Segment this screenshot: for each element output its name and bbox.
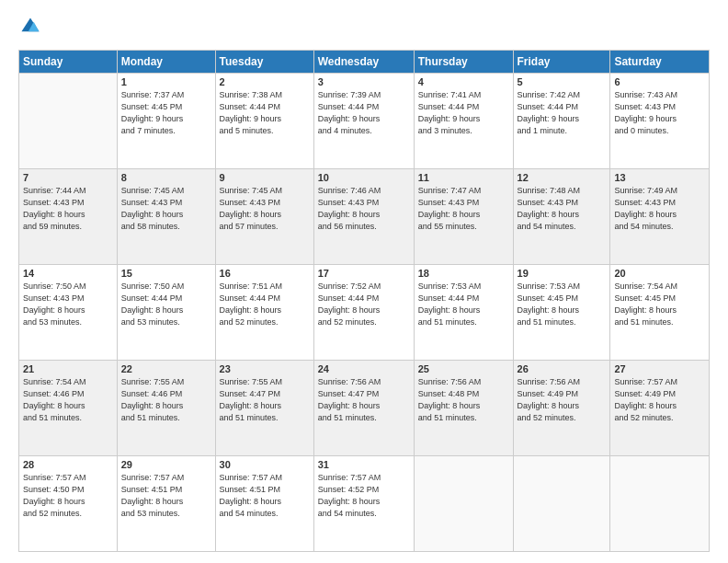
page: SundayMondayTuesdayWednesdayThursdayFrid… [0,0,728,563]
day-number: 13 [614,172,705,183]
calendar-cell: 20Sunrise: 7:54 AM Sunset: 4:45 PM Dayli… [610,265,710,361]
day-number: 30 [220,459,310,470]
calendar-cell: 26Sunrise: 7:56 AM Sunset: 4:49 PM Dayli… [513,361,610,456]
day-info: Sunrise: 7:42 AM Sunset: 4:44 PM Dayligh… [518,89,607,137]
day-info: Sunrise: 7:57 AM Sunset: 4:52 PM Dayligh… [318,472,410,520]
calendar-header-row: SundayMondayTuesdayWednesdayThursdayFrid… [19,51,710,74]
day-info: Sunrise: 7:50 AM Sunset: 4:44 PM Dayligh… [121,281,211,328]
day-info: Sunrise: 7:56 AM Sunset: 4:47 PM Dayligh… [318,376,410,424]
day-info: Sunrise: 7:38 AM Sunset: 4:44 PM Dayligh… [220,89,310,137]
calendar-cell [414,456,513,552]
calendar-cell: 11Sunrise: 7:47 AM Sunset: 4:43 PM Dayli… [414,169,513,265]
calendar-cell: 9Sunrise: 7:45 AM Sunset: 4:43 PM Daylig… [215,169,313,265]
weekday-header: Thursday [414,51,513,74]
calendar-cell: 31Sunrise: 7:57 AM Sunset: 4:52 PM Dayli… [313,456,414,552]
day-info: Sunrise: 7:47 AM Sunset: 4:43 PM Dayligh… [418,185,509,233]
calendar-week-row: 21Sunrise: 7:54 AM Sunset: 4:46 PM Dayli… [19,361,710,456]
calendar-cell: 2Sunrise: 7:38 AM Sunset: 4:44 PM Daylig… [215,74,313,169]
day-number: 12 [518,172,607,183]
calendar-cell: 10Sunrise: 7:46 AM Sunset: 4:43 PM Dayli… [313,169,414,265]
calendar-cell: 19Sunrise: 7:53 AM Sunset: 4:45 PM Dayli… [513,265,610,361]
calendar-cell: 27Sunrise: 7:57 AM Sunset: 4:49 PM Dayli… [610,361,710,456]
day-info: Sunrise: 7:48 AM Sunset: 4:43 PM Dayligh… [518,185,607,233]
day-number: 2 [220,76,310,87]
weekday-header: Friday [513,51,610,74]
day-info: Sunrise: 7:51 AM Sunset: 4:44 PM Dayligh… [220,281,310,328]
day-number: 22 [121,363,211,374]
day-number: 3 [318,76,410,87]
day-number: 8 [121,172,211,183]
day-number: 29 [121,459,211,470]
calendar-week-row: 14Sunrise: 7:50 AM Sunset: 4:43 PM Dayli… [19,265,710,361]
day-info: Sunrise: 7:45 AM Sunset: 4:43 PM Dayligh… [121,185,211,233]
day-info: Sunrise: 7:53 AM Sunset: 4:44 PM Dayligh… [418,281,509,328]
calendar-cell: 7Sunrise: 7:44 AM Sunset: 4:43 PM Daylig… [19,169,118,265]
day-number: 28 [23,459,113,470]
day-number: 24 [318,363,410,374]
calendar-week-row: 1Sunrise: 7:37 AM Sunset: 4:45 PM Daylig… [19,74,710,169]
weekday-header: Wednesday [313,51,414,74]
calendar-cell: 24Sunrise: 7:56 AM Sunset: 4:47 PM Dayli… [313,361,414,456]
calendar-cell: 5Sunrise: 7:42 AM Sunset: 4:44 PM Daylig… [513,74,610,169]
day-info: Sunrise: 7:55 AM Sunset: 4:47 PM Dayligh… [220,376,310,424]
weekday-header: Sunday [19,51,118,74]
logo [18,17,40,40]
calendar-cell: 15Sunrise: 7:50 AM Sunset: 4:44 PM Dayli… [117,265,215,361]
calendar-cell: 21Sunrise: 7:54 AM Sunset: 4:46 PM Dayli… [19,361,118,456]
calendar-cell: 25Sunrise: 7:56 AM Sunset: 4:48 PM Dayli… [414,361,513,456]
calendar-cell: 18Sunrise: 7:53 AM Sunset: 4:44 PM Dayli… [414,265,513,361]
day-number: 4 [418,76,509,87]
calendar-cell: 12Sunrise: 7:48 AM Sunset: 4:43 PM Dayli… [513,169,610,265]
day-number: 27 [614,363,705,374]
day-info: Sunrise: 7:57 AM Sunset: 4:50 PM Dayligh… [23,472,113,520]
day-info: Sunrise: 7:53 AM Sunset: 4:45 PM Dayligh… [518,281,607,328]
day-number: 25 [418,363,509,374]
calendar-week-row: 7Sunrise: 7:44 AM Sunset: 4:43 PM Daylig… [19,169,710,265]
calendar-cell [513,456,610,552]
day-number: 15 [121,268,211,279]
calendar-cell: 8Sunrise: 7:45 AM Sunset: 4:43 PM Daylig… [117,169,215,265]
calendar-cell: 6Sunrise: 7:43 AM Sunset: 4:43 PM Daylig… [610,74,710,169]
day-number: 10 [318,172,410,183]
day-info: Sunrise: 7:54 AM Sunset: 4:46 PM Dayligh… [23,376,113,424]
day-info: Sunrise: 7:52 AM Sunset: 4:44 PM Dayligh… [318,281,410,328]
day-info: Sunrise: 7:56 AM Sunset: 4:49 PM Dayligh… [518,376,607,424]
calendar-table: SundayMondayTuesdayWednesdayThursdayFrid… [18,50,710,552]
calendar-cell [19,74,118,169]
calendar-cell: 14Sunrise: 7:50 AM Sunset: 4:43 PM Dayli… [19,265,118,361]
header [18,17,710,40]
day-number: 9 [220,172,310,183]
calendar-cell: 4Sunrise: 7:41 AM Sunset: 4:44 PM Daylig… [414,74,513,169]
calendar-cell: 3Sunrise: 7:39 AM Sunset: 4:44 PM Daylig… [313,74,414,169]
day-info: Sunrise: 7:57 AM Sunset: 4:51 PM Dayligh… [220,472,310,520]
day-number: 11 [418,172,509,183]
calendar-cell: 13Sunrise: 7:49 AM Sunset: 4:43 PM Dayli… [610,169,710,265]
day-number: 20 [614,268,705,279]
day-info: Sunrise: 7:49 AM Sunset: 4:43 PM Dayligh… [614,185,705,233]
day-info: Sunrise: 7:57 AM Sunset: 4:51 PM Dayligh… [121,472,211,520]
day-info: Sunrise: 7:45 AM Sunset: 4:43 PM Dayligh… [220,185,310,233]
day-info: Sunrise: 7:43 AM Sunset: 4:43 PM Dayligh… [614,89,705,137]
day-number: 31 [318,459,410,470]
day-number: 5 [518,76,607,87]
day-info: Sunrise: 7:55 AM Sunset: 4:46 PM Dayligh… [121,376,211,424]
calendar-cell: 23Sunrise: 7:55 AM Sunset: 4:47 PM Dayli… [215,361,313,456]
weekday-header: Monday [117,51,215,74]
calendar-cell: 30Sunrise: 7:57 AM Sunset: 4:51 PM Dayli… [215,456,313,552]
day-info: Sunrise: 7:46 AM Sunset: 4:43 PM Dayligh… [318,185,410,233]
calendar-cell: 29Sunrise: 7:57 AM Sunset: 4:51 PM Dayli… [117,456,215,552]
day-number: 23 [220,363,310,374]
day-info: Sunrise: 7:50 AM Sunset: 4:43 PM Dayligh… [23,281,113,328]
day-number: 14 [23,268,113,279]
calendar-week-row: 28Sunrise: 7:57 AM Sunset: 4:50 PM Dayli… [19,456,710,552]
day-number: 16 [220,268,310,279]
day-info: Sunrise: 7:41 AM Sunset: 4:44 PM Dayligh… [418,89,509,137]
day-info: Sunrise: 7:57 AM Sunset: 4:49 PM Dayligh… [614,376,705,424]
day-number: 18 [418,268,509,279]
calendar-cell [610,456,710,552]
calendar-cell: 22Sunrise: 7:55 AM Sunset: 4:46 PM Dayli… [117,361,215,456]
day-info: Sunrise: 7:37 AM Sunset: 4:45 PM Dayligh… [121,89,211,137]
day-info: Sunrise: 7:44 AM Sunset: 4:43 PM Dayligh… [23,185,113,233]
day-number: 19 [518,268,607,279]
calendar-cell: 1Sunrise: 7:37 AM Sunset: 4:45 PM Daylig… [117,74,215,169]
